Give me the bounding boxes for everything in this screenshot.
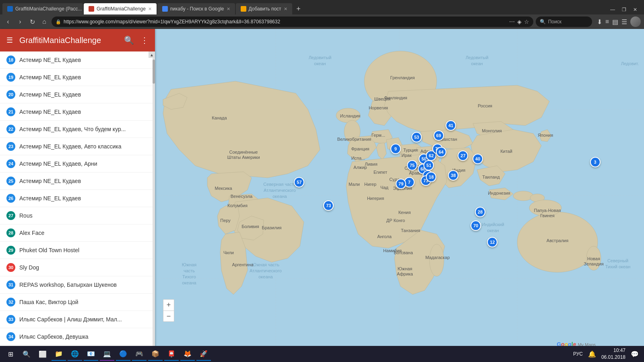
search-taskbar[interactable]: 🔍 bbox=[19, 347, 34, 361]
tab-3[interactable]: пикабу - Поиск в Google ✕ bbox=[157, 3, 235, 14]
list-item[interactable]: 20 Астемир NE_EL Кудаев bbox=[0, 86, 155, 103]
canada-label: Канада bbox=[212, 115, 227, 120]
app-6[interactable]: 🎮 bbox=[132, 347, 147, 361]
close-button[interactable]: ✕ bbox=[630, 5, 640, 14]
hamburger-icon[interactable]: ☰ bbox=[6, 36, 13, 45]
forward-button[interactable]: › bbox=[15, 17, 25, 27]
mail-app[interactable]: 📧 bbox=[84, 347, 98, 361]
item-text: Alex Face bbox=[19, 230, 44, 236]
mexico-label: Мексика bbox=[215, 186, 232, 191]
madag-label: Мадагаскар bbox=[425, 255, 450, 260]
cluster-57[interactable]: 57 bbox=[294, 177, 304, 187]
tab-3-close[interactable]: ✕ bbox=[227, 6, 230, 12]
address-bar-row: ‹ › ↻ ⌂ 🔒 https://www.google.com/maps/d/… bbox=[0, 14, 644, 29]
list-item[interactable]: 26 Астемир NE_EL Кудаев bbox=[0, 190, 155, 207]
list-item[interactable]: 27 Rous bbox=[0, 207, 155, 224]
minimize-button[interactable]: — bbox=[608, 5, 617, 14]
app-8[interactable]: 📮 bbox=[164, 347, 179, 361]
file-explorer[interactable]: 📁 bbox=[52, 347, 66, 361]
list-item[interactable]: 28 Alex Face bbox=[0, 224, 155, 242]
cluster-51[interactable]: 51 bbox=[423, 160, 434, 171]
nz-label2: Зеландия bbox=[584, 261, 604, 266]
bookmark-btn[interactable]: ☆ bbox=[524, 19, 529, 25]
tab-1[interactable]: GraffitiManiaChallenge (Расс... ✕ bbox=[2, 3, 83, 14]
cluster-27[interactable]: 27 bbox=[458, 150, 468, 161]
tab-1-favicon bbox=[7, 6, 13, 12]
action-center[interactable]: 💬 bbox=[629, 348, 641, 360]
item-number: 28 bbox=[6, 228, 15, 237]
visual-studio[interactable]: 💻 bbox=[100, 347, 114, 361]
cluster-28[interactable]: 28 bbox=[475, 207, 485, 217]
user-avatar[interactable] bbox=[630, 16, 641, 27]
more-header-icon[interactable]: ⋮ bbox=[140, 35, 149, 45]
start-button[interactable]: ⊞ bbox=[3, 347, 18, 361]
app-10[interactable]: 🚀 bbox=[196, 347, 211, 361]
tab-4-label: Добавить пост bbox=[249, 6, 281, 12]
firefox-app[interactable]: 🦊 bbox=[180, 347, 195, 361]
list-item[interactable]: 22 Астемир NE_EL Кудаев, Что будем кур..… bbox=[0, 121, 155, 138]
new-tab-button[interactable]: + bbox=[293, 3, 304, 14]
tab-2-close[interactable]: ✕ bbox=[148, 6, 152, 12]
zoom-out-button[interactable]: − bbox=[163, 311, 174, 322]
list-item[interactable]: 24 Астемир NE_EL Кудаев, Арни bbox=[0, 155, 155, 173]
edge-browser[interactable]: 🌐 bbox=[68, 347, 82, 361]
sidebar-toggle[interactable]: ▤ bbox=[612, 18, 618, 26]
venezuela-label: Венесуэла bbox=[231, 194, 253, 199]
list-item[interactable]: 34 Ильяс Сарбеков, Девушка bbox=[0, 328, 155, 346]
more-btn[interactable]: ⋯ bbox=[509, 19, 515, 25]
home-button[interactable]: ⌂ bbox=[39, 17, 49, 27]
scroll-up-arrow[interactable]: ▲ bbox=[149, 51, 155, 58]
list-item[interactable]: 23 Астемир NE_EL Кудаев, Авто классика bbox=[0, 138, 155, 155]
scrollbar-thumb[interactable] bbox=[153, 60, 155, 84]
pocket-btn[interactable]: ◈ bbox=[517, 19, 522, 25]
cluster-79[interactable]: 79 bbox=[396, 179, 406, 189]
list-item[interactable]: 19 Астемир NE_EL Кудаев bbox=[0, 69, 155, 86]
back-button[interactable]: ‹ bbox=[3, 17, 13, 27]
cluster-73[interactable]: 73 bbox=[323, 200, 334, 211]
search-box[interactable]: 🔍 Поиск bbox=[536, 16, 592, 27]
cluster-40[interactable]: 40 bbox=[473, 154, 483, 164]
cluster-69[interactable]: 69 bbox=[433, 130, 444, 141]
zoom-in-button[interactable]: + bbox=[163, 299, 174, 311]
cluster-18[interactable]: 18 bbox=[426, 172, 436, 182]
cluster-64[interactable]: 64 bbox=[436, 147, 446, 157]
reading-icon[interactable]: ≡ bbox=[605, 18, 609, 25]
tab-1-label: GraffitiManiaChallenge (Расс... bbox=[15, 6, 82, 12]
list-item[interactable]: 18 Астемир NE_EL Кудаев bbox=[0, 51, 155, 69]
restore-button[interactable]: ❐ bbox=[619, 5, 629, 14]
germany-label: Герм... bbox=[372, 133, 385, 138]
tab-4-close[interactable]: ✕ bbox=[284, 6, 287, 12]
japan-label: Япония bbox=[538, 133, 553, 138]
cluster-9[interactable]: 9 bbox=[390, 144, 401, 154]
cluster-3[interactable]: 3 bbox=[590, 157, 601, 167]
list-item[interactable]: 32 Паша Кас, Виктор Цой bbox=[0, 294, 155, 311]
cluster-12[interactable]: 12 bbox=[487, 237, 497, 247]
tab-4[interactable]: Добавить пост ✕ bbox=[236, 3, 292, 14]
list-item[interactable]: 33 Ильяс Сарбеков | Алиш Дэммит, Мал... bbox=[0, 311, 155, 328]
cluster-41[interactable]: 41 bbox=[446, 120, 456, 131]
app-5[interactable]: 🔵 bbox=[116, 347, 130, 361]
cluster-53[interactable]: 53 bbox=[411, 132, 422, 142]
brazil-label: Бразилия bbox=[262, 225, 281, 230]
app-7[interactable]: 📦 bbox=[148, 347, 163, 361]
cluster-70[interactable]: 70 bbox=[471, 220, 481, 231]
menu-icon[interactable]: ☰ bbox=[621, 18, 627, 26]
australia-label: Австралия bbox=[547, 238, 568, 243]
cluster-38[interactable]: 38 bbox=[448, 170, 458, 181]
list-item[interactable]: 31 REPAS workshop, Батырхан Шукенов bbox=[0, 276, 155, 294]
task-view[interactable]: ⬜ bbox=[35, 347, 50, 361]
notification-icon[interactable]: 🔔 bbox=[586, 348, 598, 360]
list-item[interactable]: 29 Phuket Old Town Hostel bbox=[0, 242, 155, 259]
tab-2[interactable]: GraffitiManiaChallenge ✕ bbox=[84, 3, 157, 14]
cluster-75[interactable]: 75 bbox=[407, 160, 417, 171]
list-item[interactable]: 21 Астемир NE_EL Кудаев bbox=[0, 103, 155, 121]
arctic-label-3: Ледовитый bbox=[466, 55, 489, 60]
download-icon[interactable]: ⬇ bbox=[597, 18, 602, 26]
reload-button[interactable]: ↻ bbox=[27, 17, 37, 27]
list-item[interactable]: 30 Sly Dog bbox=[0, 259, 155, 276]
item-text: Rous bbox=[19, 212, 33, 219]
list-item[interactable]: 25 Астемир NE_EL Кудаев bbox=[0, 173, 155, 190]
search-header-icon[interactable]: 🔍 bbox=[124, 35, 134, 45]
item-text: Астемир NE_EL Кудаев bbox=[19, 195, 81, 202]
address-bar[interactable]: 🔒 https://www.google.com/maps/d/viewer?m… bbox=[52, 16, 533, 27]
